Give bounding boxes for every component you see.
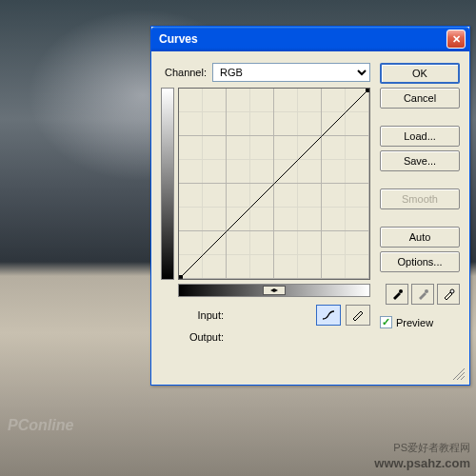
curves-dialog: Curves ✕ Channel: RGB (150, 26, 470, 386)
watermark-site-url: www.psahz.com (374, 456, 470, 470)
channel-select[interactable]: RGB (212, 63, 370, 82)
output-value (229, 329, 287, 345)
dialog-title: Curves (155, 32, 446, 46)
black-point-eyedropper[interactable] (386, 284, 408, 305)
pencil-mode-icon (350, 308, 366, 322)
options-button[interactable]: Options... (380, 251, 460, 272)
preview-label: Preview (396, 317, 433, 328)
close-icon: ✕ (452, 33, 461, 46)
smooth-button: Smooth (380, 188, 460, 209)
close-button[interactable]: ✕ (446, 30, 466, 49)
eyedropper-icon (416, 288, 429, 301)
svg-rect-2 (366, 89, 369, 92)
eyedropper-icon (442, 288, 455, 301)
titlebar[interactable]: Curves ✕ (151, 27, 469, 51)
eyedropper-icon (390, 288, 404, 301)
curve-mode-button[interactable] (316, 305, 341, 326)
input-label: Input: (161, 309, 224, 321)
load-button[interactable]: Load... (380, 126, 460, 147)
input-value (229, 307, 287, 323)
cancel-button[interactable]: Cancel (380, 88, 460, 109)
svg-point-4 (425, 289, 428, 293)
save-button[interactable]: Save... (380, 150, 460, 171)
svg-line-0 (179, 89, 369, 279)
preview-checkbox[interactable]: ✓ (380, 316, 392, 328)
curve-line[interactable] (179, 89, 369, 279)
watermark-pconline: PConline (8, 417, 73, 434)
input-gradient-strip[interactable]: ◂▸ (178, 284, 370, 297)
ok-button[interactable]: OK (380, 63, 460, 84)
output-gradient-strip (161, 88, 174, 280)
svg-point-5 (450, 289, 454, 293)
white-point-eyedropper[interactable] (437, 284, 460, 305)
resize-grip-icon[interactable] (452, 367, 466, 381)
pencil-mode-button[interactable] (346, 305, 370, 326)
curve-mode-icon (321, 308, 336, 322)
auto-button[interactable]: Auto (380, 227, 460, 248)
channel-label: Channel: (161, 67, 207, 78)
svg-point-3 (399, 289, 403, 293)
watermark-site-cn: PS爱好者教程网 (393, 441, 470, 455)
curve-grid[interactable] (178, 88, 370, 280)
gray-point-eyedropper[interactable] (411, 284, 434, 305)
svg-rect-1 (179, 275, 183, 279)
output-label: Output: (161, 331, 224, 343)
midpoint-handle[interactable]: ◂▸ (263, 286, 286, 295)
